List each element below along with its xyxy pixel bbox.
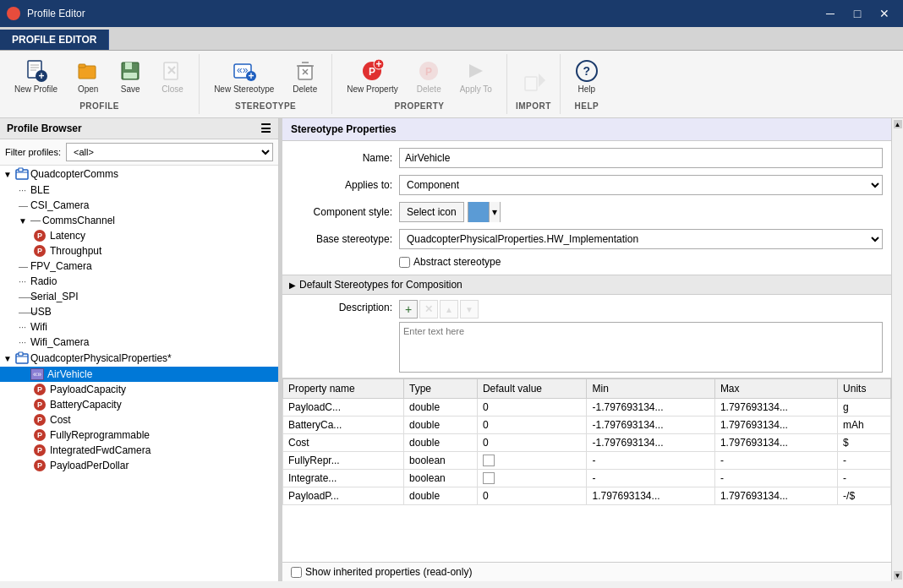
- tree-item-av[interactable]: «» AirVehicle: [0, 367, 278, 382]
- tab-profile-editor[interactable]: PROFILE EDITOR: [0, 30, 109, 50]
- table-row[interactable]: BatteryCa... double 0 -1.797693134... 1.…: [283, 416, 891, 434]
- table-row[interactable]: PayloadP... double 0 1.797693134... 1.79…: [283, 487, 891, 505]
- desc-add-button[interactable]: +: [399, 300, 418, 318]
- tree-item-lat[interactable]: P Latency: [0, 228, 278, 243]
- color-dropdown-button[interactable]: ▾: [489, 202, 500, 222]
- panel-options-icon[interactable]: ☰: [260, 122, 271, 135]
- tree-item-qpp[interactable]: ▼ QuadcopterPhysicalProperties*: [0, 350, 278, 367]
- table-scroll[interactable]: Property name Type Default value Min Max…: [282, 378, 891, 562]
- scroll-up-button[interactable]: ▲: [894, 120, 902, 128]
- tree-item-cost[interactable]: P Cost: [0, 412, 278, 427]
- new-property-button[interactable]: P + New Property: [339, 55, 406, 98]
- show-inherited-checkbox-label[interactable]: Show inherited properties (read-only): [291, 566, 472, 578]
- tree-item-wifi[interactable]: ··· Wifi: [0, 319, 278, 335]
- applies-to-select[interactable]: Component: [399, 175, 883, 195]
- new-stereotype-button[interactable]: «» + New Stereotype: [206, 55, 282, 98]
- save-label: Save: [121, 84, 140, 94]
- tree-item-fpv[interactable]: — FPV_Camera: [0, 259, 278, 274]
- show-inherited-checkbox[interactable]: [291, 567, 302, 578]
- svg-rect-33: [19, 168, 23, 172]
- delete-stereotype-button[interactable]: Delete: [285, 55, 325, 98]
- import-buttons: [514, 66, 553, 98]
- tree-area: ▼ QuadcopterComms ··· BLE — CSI_Camera ▼…: [0, 166, 278, 581]
- toolbar-group-help: ? Help HELP: [561, 54, 613, 114]
- tree-item-ble[interactable]: ··· BLE: [0, 182, 278, 198]
- description-right: + ✕ ▲ ▼: [399, 300, 883, 373]
- svg-rect-9: [125, 63, 132, 69]
- cell-default[interactable]: [477, 470, 587, 487]
- close-button[interactable]: Close: [153, 55, 192, 98]
- desc-up-button[interactable]: ▲: [440, 300, 458, 318]
- tree-item-fr[interactable]: P FullyReprogrammable: [0, 427, 278, 443]
- tree-item-cc[interactable]: ▼ — CommsChannel: [0, 213, 278, 228]
- tree-item-pc[interactable]: P PayloadCapacity: [0, 382, 278, 397]
- window-controls: ─ □ ✕: [818, 4, 896, 23]
- tree-item-thr[interactable]: P Throughput: [0, 243, 278, 259]
- profile-icon-thr: P: [34, 245, 46, 257]
- cell-units: -: [838, 452, 891, 470]
- right-panel: Stereotype Properties Name: Applies to: …: [282, 118, 891, 581]
- save-button[interactable]: Save: [111, 55, 150, 98]
- cell-default[interactable]: [477, 452, 587, 470]
- app-icon: [7, 7, 20, 20]
- abstract-label[interactable]: Abstract stereotype: [413, 256, 501, 268]
- tree-label-av: AirVehicle: [47, 368, 92, 380]
- desc-remove-button[interactable]: ✕: [419, 300, 438, 318]
- cell-type: double: [404, 434, 478, 452]
- tree-item-rad[interactable]: ··· Radio: [0, 274, 278, 289]
- cell-type: boolean: [404, 452, 478, 470]
- table-row[interactable]: Integrate... boolean - - -: [283, 470, 891, 487]
- import-button[interactable]: [514, 66, 553, 98]
- help-buttons: ? Help: [567, 55, 606, 98]
- close-window-button[interactable]: ✕: [873, 4, 896, 23]
- table-row[interactable]: Cost double 0 -1.797693134... 1.79769313…: [283, 434, 891, 452]
- tree-item-ppd[interactable]: P PayloadPerDollar: [0, 458, 278, 473]
- tree-item-bc[interactable]: P BatteryCapacity: [0, 397, 278, 412]
- color-selector[interactable]: [468, 202, 489, 222]
- scroll-down-button[interactable]: ▼: [894, 571, 902, 580]
- open-button[interactable]: Open: [68, 55, 107, 98]
- description-textarea[interactable]: [399, 322, 883, 373]
- tree-item-usb[interactable]: —— USB: [0, 304, 278, 319]
- collapsible-header[interactable]: ▶ Default Stereotypes for Composition: [282, 275, 891, 295]
- tree-item-spi[interactable]: —— Serial_SPI: [0, 289, 278, 304]
- filter-select[interactable]: <all>: [66, 143, 273, 161]
- table-row[interactable]: PayloadC... double 0 -1.797693134... 1.7…: [283, 399, 891, 416]
- tree-item-ifc[interactable]: P IntegratedFwdCamera: [0, 443, 278, 458]
- tree-item-csi[interactable]: — CSI_Camera: [0, 198, 278, 213]
- select-icon-button[interactable]: Select icon: [399, 202, 464, 222]
- apply-to-icon: [464, 59, 488, 83]
- import-icon: [522, 70, 545, 94]
- component-style-label: Component style:: [291, 206, 392, 218]
- tree-label-csi: CSI_Camera: [30, 199, 89, 211]
- section-title: Stereotype Properties: [291, 123, 397, 135]
- svg-text:+: +: [248, 70, 254, 82]
- name-input[interactable]: [399, 148, 883, 168]
- right-scrollbar[interactable]: ▲ ▼: [891, 118, 903, 581]
- svg-text:+: +: [376, 59, 382, 70]
- help-group-label: HELP: [575, 101, 599, 111]
- help-button[interactable]: ? Help: [567, 55, 606, 98]
- new-profile-label: New Profile: [14, 84, 57, 94]
- tree-item-wfc[interactable]: ··· Wifi_Camera: [0, 335, 278, 350]
- base-stereotype-select[interactable]: QuadcopterPhysicalProperties.HW_Implemen…: [399, 229, 883, 249]
- name-label: Name:: [291, 152, 392, 164]
- base-stereotype-row: Base stereotype: QuadcopterPhysicalPrope…: [291, 229, 883, 249]
- abstract-row: Abstract stereotype: [291, 256, 883, 268]
- desc-down-button[interactable]: ▼: [460, 300, 479, 318]
- desc-add-icon: +: [405, 302, 412, 316]
- profile-icon-ifc: P: [34, 444, 46, 456]
- title-bar-text: Profile Editor: [27, 8, 85, 19]
- cell-units: mAh: [838, 416, 891, 434]
- apply-to-button[interactable]: Apply To: [452, 55, 500, 98]
- new-profile-button[interactable]: + New Profile: [7, 55, 65, 98]
- profile-icon-lat: P: [34, 230, 46, 242]
- abstract-checkbox[interactable]: [399, 257, 410, 268]
- maximize-button[interactable]: □: [846, 4, 869, 23]
- delete-property-button[interactable]: P Delete: [409, 55, 449, 98]
- tree-item-qc[interactable]: ▼ QuadcopterComms: [0, 166, 278, 182]
- bottom-bar: Show inherited properties (read-only): [282, 562, 891, 581]
- table-row[interactable]: FullyRepr... boolean - - -: [283, 452, 891, 470]
- minimize-button[interactable]: ─: [818, 4, 842, 23]
- properties-table: Property name Type Default value Min Max…: [282, 378, 891, 505]
